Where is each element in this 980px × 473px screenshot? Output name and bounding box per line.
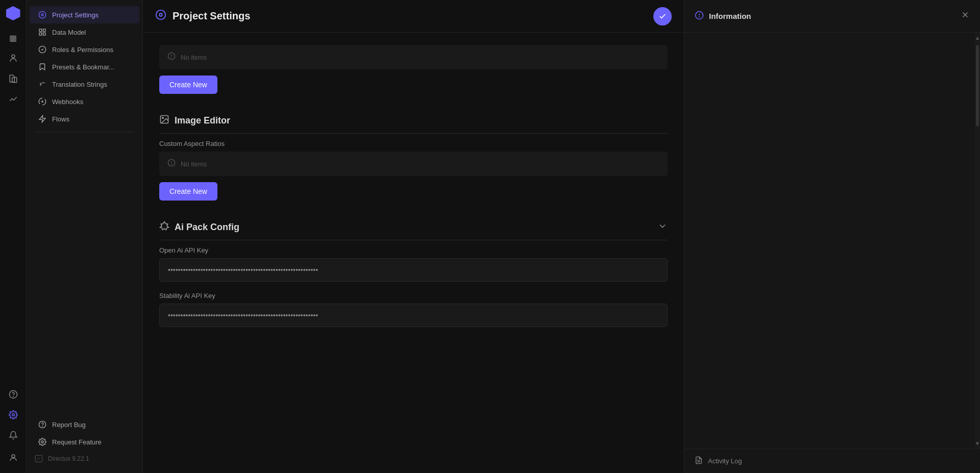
svg-point-17 (41, 441, 43, 443)
svg-point-20 (159, 13, 162, 16)
open-ai-api-key-group: Open Ai API Key (159, 246, 668, 282)
stability-ai-api-key-label: Stability Ai API Key (159, 292, 668, 300)
svg-rect-9 (43, 29, 45, 32)
custom-aspect-ratios-group: Custom Aspect Ratios No items Create New (159, 140, 668, 205)
main-content: Project Settings No items Create New (143, 0, 684, 473)
create-new-button-image-editor[interactable]: Create New (159, 182, 217, 201)
roles-permissions-icon (38, 45, 47, 54)
sidebar-item-label: Roles & Permissions (52, 46, 113, 54)
ai-pack-config-icon (159, 221, 169, 234)
image-editor-title: Image Editor (175, 115, 230, 126)
image-editor-icon (159, 114, 169, 127)
svg-point-0 (12, 55, 15, 58)
top-section: No items Create New (159, 45, 668, 98)
image-editor-header: Image Editor (159, 114, 668, 134)
header-icon (155, 9, 166, 23)
sidebar: Project Settings Data Model Roles & Perm… (27, 0, 143, 473)
sidebar-item-label: Translation Strings (52, 81, 107, 88)
open-ai-api-key-label: Open Ai API Key (159, 246, 668, 254)
users-icon[interactable] (4, 49, 22, 67)
insights-icon[interactable] (4, 90, 22, 108)
sidebar-item-label: Data Model (52, 29, 86, 36)
svg-point-7 (41, 14, 43, 16)
user-avatar-icon[interactable] (4, 449, 22, 467)
sidebar-item-webhooks[interactable]: Webhooks (30, 93, 139, 110)
info-icon-top (167, 52, 176, 62)
webhooks-icon (38, 97, 47, 106)
stability-ai-api-key-input[interactable] (159, 304, 668, 327)
stability-ai-api-key-group: Stability Ai API Key (159, 292, 668, 327)
svg-rect-8 (39, 29, 42, 32)
settings-icon[interactable] (4, 406, 22, 424)
sidebar-item-report-bug[interactable]: Report Bug (30, 416, 139, 433)
sidebar-item-label: Request Feature (52, 438, 102, 446)
notifications-icon[interactable] (4, 426, 22, 444)
activity-log-label: Activity Log (708, 457, 742, 465)
content-icon[interactable]: ▦ (4, 29, 22, 47)
sidebar-item-label: Presets & Bookmar... (52, 63, 114, 71)
ai-pack-collapse-button[interactable] (657, 221, 668, 234)
svg-point-31 (699, 16, 700, 17)
svg-point-16 (42, 426, 43, 427)
svg-point-4 (12, 414, 14, 416)
svg-rect-11 (43, 33, 45, 35)
info-icon-aspect (167, 159, 176, 169)
right-panel-body: ▲ ▼ (684, 33, 980, 449)
custom-aspect-ratios-label: Custom Aspect Ratios (159, 140, 668, 147)
sidebar-item-roles-permissions[interactable]: Roles & Permissions (30, 41, 139, 58)
open-ai-api-key-input[interactable] (159, 258, 668, 282)
svg-point-19 (156, 10, 165, 19)
information-icon (695, 11, 704, 22)
svg-marker-14 (39, 115, 45, 122)
svg-point-28 (172, 164, 172, 164)
version-info: Directus 9.22.1 (27, 451, 142, 467)
sidebar-item-translation-strings[interactable]: Translation Strings (30, 76, 139, 93)
sidebar-bottom: Report Bug Request Feature Directus 9.22… (27, 416, 142, 467)
main-scroll: No items Create New Image Editor Custom … (143, 33, 684, 473)
page-title: Project Settings (173, 10, 250, 22)
right-panel: Information ▲ ▼ Activity Log (684, 0, 980, 473)
close-button[interactable] (961, 10, 970, 22)
right-panel-title: Information (709, 12, 751, 20)
data-model-icon (38, 28, 47, 37)
request-feature-icon (38, 437, 47, 446)
save-button[interactable] (653, 7, 672, 26)
ai-pack-config-header: Ai Pack Config (159, 221, 668, 240)
sidebar-item-label: Webhooks (52, 98, 83, 106)
svg-point-13 (42, 101, 43, 103)
svg-point-23 (172, 57, 172, 58)
sidebar-item-presets-bookmarks[interactable]: Presets & Bookmar... (30, 58, 139, 76)
no-items-text-aspect: No items (181, 160, 207, 168)
sidebar-item-request-feature[interactable]: Request Feature (30, 433, 139, 451)
ai-pack-config-section: Ai Pack Config Open Ai API Key Stability… (159, 221, 668, 327)
no-items-row-top: No items (159, 45, 668, 69)
translation-strings-icon (38, 80, 47, 89)
svg-point-5 (12, 455, 15, 458)
files-icon[interactable] (4, 69, 22, 88)
sidebar-item-label: Report Bug (52, 421, 86, 429)
help-icon[interactable] (4, 385, 22, 404)
sidebar-item-label: Project Settings (52, 11, 99, 19)
flows-icon (38, 114, 47, 123)
icon-rail: ▦ (0, 0, 27, 473)
project-settings-icon (38, 10, 47, 19)
presets-bookmarks-icon (38, 62, 47, 71)
right-panel-header: Information (684, 0, 980, 33)
no-items-row-aspect: No items (159, 152, 668, 176)
svg-point-6 (39, 11, 45, 18)
report-bug-icon (38, 420, 47, 429)
activity-log-button[interactable]: Activity Log (684, 449, 980, 473)
svg-rect-10 (39, 33, 42, 35)
sidebar-item-project-settings[interactable]: Project Settings (30, 6, 139, 23)
version-label: Directus 9.22.1 (48, 455, 89, 462)
sidebar-item-flows[interactable]: Flows (30, 110, 139, 128)
svg-point-25 (162, 117, 164, 119)
image-editor-section: Image Editor Custom Aspect Ratios No ite… (159, 114, 668, 205)
no-items-text-top: No items (181, 54, 207, 61)
app-logo[interactable] (4, 4, 22, 22)
sidebar-divider (35, 132, 134, 132)
sidebar-item-data-model[interactable]: Data Model (30, 23, 139, 41)
create-new-button-top[interactable]: Create New (159, 76, 217, 94)
ai-pack-config-title: Ai Pack Config (175, 222, 239, 233)
main-header: Project Settings (143, 0, 684, 33)
